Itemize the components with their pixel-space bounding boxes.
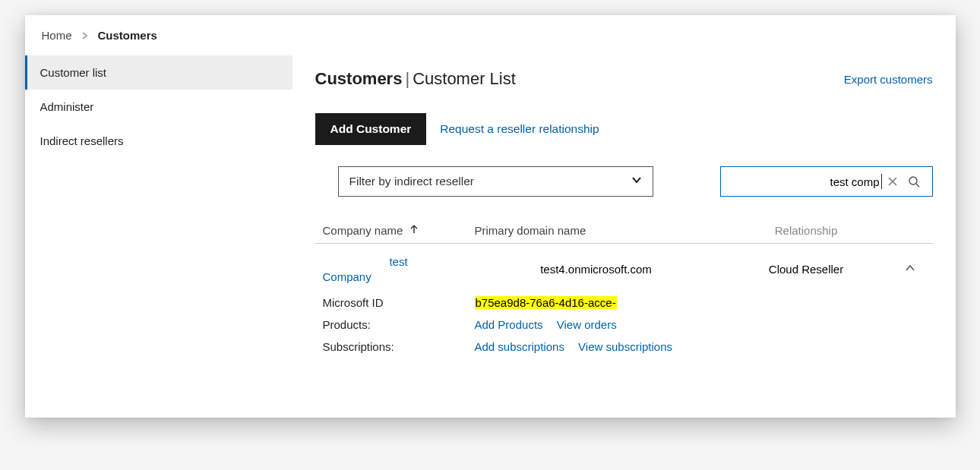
- filter-label: Filter by indirect reseller: [349, 175, 475, 188]
- domain-value: test4.onmicrosoft.com: [475, 263, 718, 276]
- view-subscriptions-link[interactable]: View subscriptions: [578, 340, 672, 353]
- request-reseller-link[interactable]: Request a reseller relationship: [440, 122, 599, 136]
- chevron-right-icon: [81, 29, 89, 42]
- breadcrumb-current: Customers: [98, 29, 157, 42]
- table-header: Company name Primary domain name Relatio…: [315, 218, 933, 244]
- filter-indirect-reseller-select[interactable]: Filter by indirect reseller: [338, 166, 653, 197]
- table-row: test Company test4.onmicrosoft.com Cloud…: [315, 244, 933, 292]
- relationship-value: Cloud Reseller: [718, 263, 895, 276]
- sidebar-item-indirect-resellers[interactable]: Indirect resellers: [25, 124, 292, 158]
- chevron-down-icon: [631, 175, 642, 188]
- sidebar-item-administer[interactable]: Administer: [25, 90, 292, 124]
- add-customer-button[interactable]: Add Customer: [315, 113, 427, 145]
- column-relationship[interactable]: Relationship: [718, 224, 895, 237]
- search-box: [720, 166, 933, 197]
- breadcrumb-home[interactable]: Home: [42, 29, 72, 42]
- sidebar: Customer list Administer Indirect resell…: [25, 55, 292, 414]
- export-customers-link[interactable]: Export customers: [844, 73, 933, 86]
- collapse-row-icon[interactable]: [895, 263, 925, 276]
- detail-microsoft-id: Microsoft ID b75ea9d8-76a6-4d16-acce-: [315, 292, 933, 314]
- clear-search-icon[interactable]: [882, 175, 903, 188]
- column-primary-domain[interactable]: Primary domain name: [475, 224, 718, 237]
- page-title: Customers|Customer List: [315, 69, 516, 89]
- breadcrumb: Home Customers: [25, 15, 956, 55]
- svg-point-0: [909, 177, 917, 185]
- sidebar-item-customer-list[interactable]: Customer list: [25, 55, 292, 90]
- microsoft-id-value: b75ea9d8-76a6-4d16-acce-: [475, 296, 617, 309]
- detail-subscriptions: Subscriptions: Add subscriptions View su…: [315, 336, 933, 358]
- app-window: Home Customers Customer list Administer …: [25, 15, 956, 418]
- add-products-link[interactable]: Add Products: [475, 318, 543, 331]
- view-orders-link[interactable]: View orders: [557, 318, 617, 331]
- column-company-name[interactable]: Company name: [323, 224, 475, 237]
- search-icon[interactable]: [903, 175, 925, 188]
- detail-products: Products: Add Products View orders: [315, 314, 933, 336]
- search-input[interactable]: [729, 174, 882, 189]
- add-subscriptions-link[interactable]: Add subscriptions: [475, 340, 564, 353]
- main-panel: Customers|Customer List Export customers…: [292, 55, 956, 414]
- sort-asc-icon: [409, 224, 419, 237]
- company-link[interactable]: test Company: [323, 254, 475, 284]
